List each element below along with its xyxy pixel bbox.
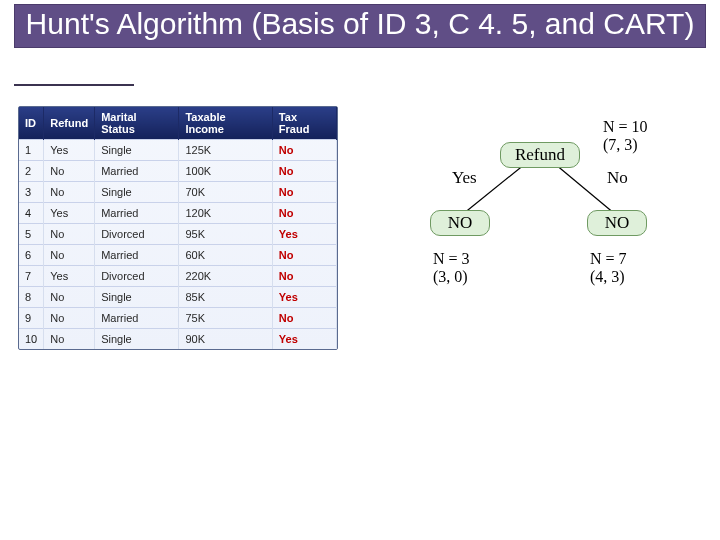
cell-id: 2 [19,161,44,182]
cell-fraud: No [272,140,336,161]
cell-id: 4 [19,203,44,224]
root-node-stats: N = 10 (7, 3) [603,118,648,154]
cell-income: 95K [179,224,272,245]
cell-refund: No [44,224,95,245]
data-table: ID Refund Marital Status Taxable Income … [19,107,337,349]
leaf-node-right: NO [587,210,647,236]
leaf-left-label: NO [448,213,473,232]
title-underline [14,84,134,86]
cell-id: 9 [19,308,44,329]
cell-income: 60K [179,245,272,266]
cell-fraud: Yes [272,224,336,245]
cell-refund: No [44,161,95,182]
cell-fraud: No [272,203,336,224]
cell-marital: Married [95,161,179,182]
cell-fraud: No [272,182,336,203]
table-row: 8NoSingle85KYes [19,287,337,308]
leaf-right-stats: N = 7 (4, 3) [590,250,680,286]
cell-income: 85K [179,287,272,308]
root-stats-split: (7, 3) [603,136,638,153]
leaf-left-stats: N = 3 (3, 0) [433,250,523,286]
cell-refund: Yes [44,266,95,287]
table-row: 3NoSingle70KNo [19,182,337,203]
root-stats-n: N = 10 [603,118,648,135]
cell-id: 5 [19,224,44,245]
cell-income: 100K [179,161,272,182]
cell-marital: Married [95,245,179,266]
leaf-right-label: NO [605,213,630,232]
cell-id: 8 [19,287,44,308]
leaf-right-stats-split: (4, 3) [590,268,625,285]
cell-income: 70K [179,182,272,203]
cell-id: 10 [19,329,44,350]
cell-fraud: Yes [272,287,336,308]
cell-marital: Married [95,203,179,224]
col-refund: Refund [44,107,95,140]
cell-marital: Married [95,308,179,329]
cell-marital: Single [95,182,179,203]
cell-refund: No [44,308,95,329]
cell-marital: Divorced [95,224,179,245]
cell-refund: No [44,245,95,266]
slide-title: Hunt's Algorithm (Basis of ID 3, C 4. 5,… [23,7,697,41]
edge-label-no: No [607,168,628,188]
slide-title-bar: Hunt's Algorithm (Basis of ID 3, C 4. 5,… [14,4,706,48]
col-marital: Marital Status [95,107,179,140]
cell-marital: Single [95,287,179,308]
table-row: 5NoDivorced95KYes [19,224,337,245]
cell-marital: Single [95,140,179,161]
root-node: Refund [500,142,580,168]
leaf-left-stats-split: (3, 0) [433,268,468,285]
col-fraud: Tax Fraud [272,107,336,140]
decision-tree: N = 10 (7, 3) Refund Yes No NO NO N = 3 … [375,110,705,370]
cell-refund: No [44,287,95,308]
cell-refund: Yes [44,140,95,161]
cell-refund: Yes [44,203,95,224]
table-row: 2NoMarried100KNo [19,161,337,182]
cell-income: 75K [179,308,272,329]
cell-id: 6 [19,245,44,266]
table-row: 1YesSingle125KNo [19,140,337,161]
leaf-left-stats-n: N = 3 [433,250,470,267]
cell-refund: No [44,182,95,203]
cell-income: 90K [179,329,272,350]
table-row: 7YesDivorced220KNo [19,266,337,287]
cell-income: 120K [179,203,272,224]
cell-marital: Single [95,329,179,350]
table-row: 6NoMarried60KNo [19,245,337,266]
leaf-right-stats-n: N = 7 [590,250,627,267]
cell-fraud: No [272,308,336,329]
edge-label-yes: Yes [452,168,477,188]
col-id: ID [19,107,44,140]
cell-fraud: No [272,266,336,287]
root-node-label: Refund [515,145,565,164]
training-data-table: ID Refund Marital Status Taxable Income … [18,106,338,350]
cell-income: 220K [179,266,272,287]
cell-refund: No [44,329,95,350]
table-row: 9NoMarried75KNo [19,308,337,329]
svg-line-1 [555,164,615,214]
cell-marital: Divorced [95,266,179,287]
cell-fraud: Yes [272,329,336,350]
cell-id: 7 [19,266,44,287]
cell-fraud: No [272,245,336,266]
table-header-row: ID Refund Marital Status Taxable Income … [19,107,337,140]
cell-fraud: No [272,161,336,182]
cell-id: 3 [19,182,44,203]
cell-id: 1 [19,140,44,161]
cell-income: 125K [179,140,272,161]
table-row: 4YesMarried120KNo [19,203,337,224]
col-income: Taxable Income [179,107,272,140]
table-row: 10NoSingle90KYes [19,329,337,350]
leaf-node-left: NO [430,210,490,236]
